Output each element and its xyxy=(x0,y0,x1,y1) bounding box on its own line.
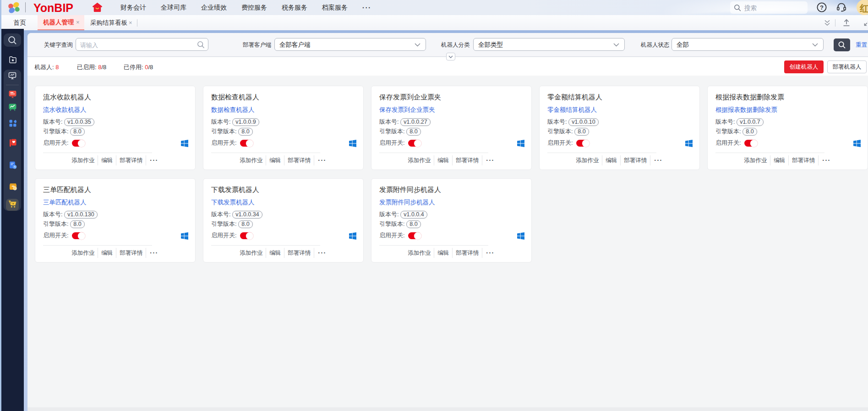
svg-text:?: ? xyxy=(820,4,824,11)
